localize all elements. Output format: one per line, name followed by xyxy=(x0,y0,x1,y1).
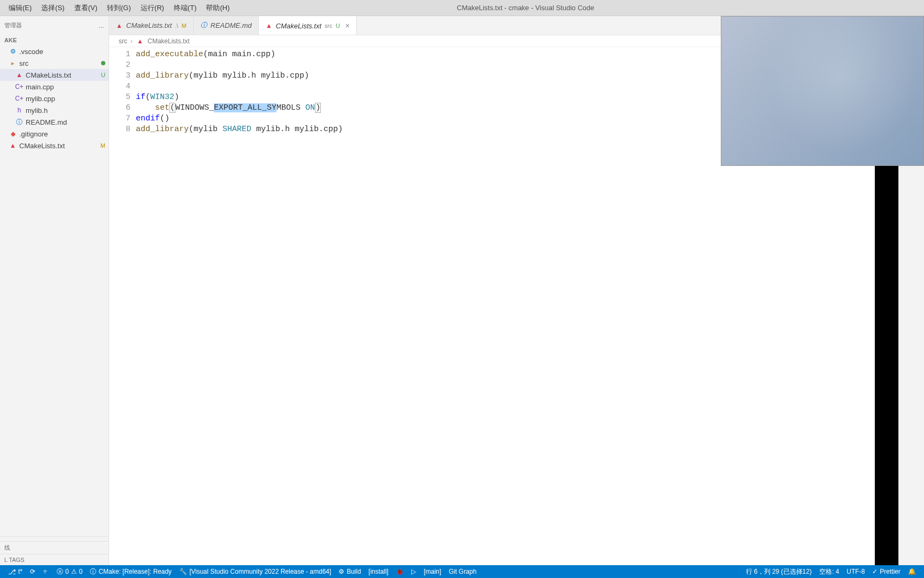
h-icon: h xyxy=(15,106,24,115)
code-line[interactable]: add_library(mylib SHARED mylib.h mylib.c… xyxy=(136,124,343,135)
tab-label: CMakeLists.txt xyxy=(126,21,172,29)
md-icon: ⓘ xyxy=(200,22,207,29)
status-branch[interactable]: ⎇ t* xyxy=(4,565,26,578)
tab-readme-md[interactable]: ⓘREADME.md xyxy=(194,16,259,35)
gear-icon: ⚙ xyxy=(338,568,344,575)
tab-suffix: src xyxy=(325,22,333,29)
menu-terminal[interactable]: 终端(T) xyxy=(170,1,201,15)
chevron-right-icon: › xyxy=(130,37,133,45)
tab-cmakelists-txt[interactable]: ▲CMakeLists.txt.\M xyxy=(109,16,194,35)
tab-bar: ▲CMakeLists.txt.\MⓘREADME.md▲CMakeLists.… xyxy=(109,16,924,35)
code-line[interactable] xyxy=(136,81,343,92)
timeline-section[interactable]: 线 xyxy=(0,541,109,554)
code-line[interactable]: endif() xyxy=(136,113,343,124)
minimap[interactable] xyxy=(898,166,924,565)
prettier-label: Prettier xyxy=(880,568,900,575)
branch-label: t* xyxy=(18,568,22,575)
breadcrumb-folder[interactable]: src xyxy=(119,37,127,45)
md-icon: ⓘ xyxy=(15,118,24,126)
menu-help[interactable]: 帮助(H) xyxy=(202,1,234,15)
editor-region: ▲CMakeLists.txt.\MⓘREADME.md▲CMakeLists.… xyxy=(109,16,924,565)
breadcrumb-file[interactable]: CMakeLists.txt xyxy=(148,37,190,45)
status-bar: ⎇ t* ⟳ ᯤ ⓧ0 ⚠0 ⓘ CMake: [Release]: Ready… xyxy=(0,565,924,578)
tree-item-src[interactable]: ▸src xyxy=(0,57,109,69)
tree-item-main-cpp[interactable]: C+main.cpp xyxy=(0,81,109,93)
tree-item-cmakelists-txt[interactable]: ▲CMakeLists.txtU xyxy=(0,69,109,81)
info-icon: ⓘ xyxy=(90,567,96,576)
code-line[interactable]: if(WIN32) xyxy=(136,92,343,103)
line-number: 5 xyxy=(109,92,130,103)
tree-item-cmakelists-txt[interactable]: ▲CMakeLists.txtM xyxy=(0,140,109,151)
status-radio[interactable]: ᯤ xyxy=(39,565,53,578)
tree-item-label: CMakeLists.txt xyxy=(26,71,71,79)
status-sync[interactable]: ⟳ xyxy=(26,565,39,578)
modified-dot-icon xyxy=(101,61,105,65)
code-line[interactable]: add_library(mylib mylib.h mylib.cpp) xyxy=(136,71,343,81)
code-line[interactable]: set(WINDOWS_EXPORT_ALL_SYMBOLS ON) xyxy=(136,103,343,113)
menu-edit[interactable]: 编辑(E) xyxy=(4,1,36,15)
status-problems[interactable]: ⓧ0 ⚠0 xyxy=(53,565,86,578)
status-gitgraph[interactable]: Git Graph xyxy=(445,565,480,578)
line-number: 3 xyxy=(109,71,130,81)
code-line[interactable]: add_executable(main main.cpp) xyxy=(136,49,343,60)
tab-git-status: M xyxy=(181,22,186,29)
menu-select[interactable]: 选择(S) xyxy=(37,1,68,15)
sidebar-header-label: 管理器 xyxy=(4,21,22,29)
tree-item-mylib-cpp[interactable]: C+mylib.cpp xyxy=(0,93,109,104)
bug-icon: 🐞 xyxy=(396,568,404,575)
line-gutter: 12345678 xyxy=(109,47,136,565)
menu-run[interactable]: 运行(R) xyxy=(136,1,168,15)
status-cmake[interactable]: ⓘ CMake: [Release]: Ready xyxy=(86,565,175,578)
sidebar-section[interactable]: AKE xyxy=(0,35,109,45)
menu-go[interactable]: 转到(G) xyxy=(103,1,135,15)
tree-item-label: mylib.h xyxy=(26,107,48,115)
file-tree: ⚙.vscode▸src▲CMakeLists.txtUC+main.cppC+… xyxy=(0,45,109,151)
wrench-icon: 🔧 xyxy=(179,568,187,575)
git-icon: ◆ xyxy=(9,130,17,138)
status-run[interactable]: ▷ xyxy=(407,565,420,578)
explorer-sidebar: 管理器 … AKE ⚙.vscode▸src▲CMakeLists.txtUC+… xyxy=(0,16,109,565)
source-branch-icon: ⎇ xyxy=(8,568,16,576)
tree-item-label: src xyxy=(19,59,28,67)
code-line[interactable] xyxy=(136,60,343,71)
code-content[interactable]: add_executable(main main.cpp)add_library… xyxy=(136,47,343,565)
menu-view[interactable]: 查看(V) xyxy=(70,1,102,15)
status-build[interactable]: ⚙ Build xyxy=(335,565,365,578)
warnings-count: 0 xyxy=(79,568,83,575)
vs-icon: ⚙ xyxy=(9,47,17,56)
breadcrumb[interactable]: src › ▲ CMakeLists.txt xyxy=(109,35,924,47)
close-icon[interactable]: × xyxy=(345,21,350,30)
tree-item-readme-md[interactable]: ⓘREADME.md xyxy=(0,116,109,128)
titlebar: 编辑(E) 选择(S) 查看(V) 转到(G) 运行(R) 终端(T) 帮助(H… xyxy=(0,0,924,16)
line-number: 1 xyxy=(109,49,130,60)
line-number: 7 xyxy=(109,113,130,124)
menubar: 编辑(E) 选择(S) 查看(V) 转到(G) 运行(R) 终端(T) 帮助(H… xyxy=(0,1,234,15)
status-bell[interactable]: 🔔 xyxy=(904,565,920,578)
code-editor[interactable]: 12345678 add_executable(main main.cpp)ad… xyxy=(109,47,924,565)
status-cursor[interactable]: 行 6，列 29 (已选择12) xyxy=(742,565,815,578)
outline-section[interactable] xyxy=(0,536,109,541)
tree-item--vscode[interactable]: ⚙.vscode xyxy=(0,45,109,57)
sidebar-more-icon[interactable]: … xyxy=(98,22,104,29)
status-encoding[interactable]: UTF-8 xyxy=(843,565,868,578)
cmake-icon: ▲ xyxy=(15,71,24,79)
errors-count: 0 xyxy=(65,568,69,575)
tree-item-label: mylib.cpp xyxy=(26,95,55,103)
status-install[interactable]: [install] xyxy=(365,565,392,578)
tree-item-label: README.md xyxy=(26,118,67,126)
tab-cmakelists-txt[interactable]: ▲CMakeLists.txtsrcU× xyxy=(259,16,357,35)
warning-icon: ⚠ xyxy=(71,568,77,575)
status-kit[interactable]: 🔧 [Visual Studio Community 2022 Release … xyxy=(175,565,335,578)
tree-item--gitignore[interactable]: ◆.gitignore xyxy=(0,128,109,140)
tags-section[interactable]: L TAGS xyxy=(0,554,109,565)
git-status-badge: M xyxy=(101,142,105,149)
status-prettier[interactable]: ✓ Prettier xyxy=(868,565,904,578)
tree-item-mylib-h[interactable]: hmylib.h xyxy=(0,104,109,116)
error-icon: ⓧ xyxy=(57,567,63,576)
status-target[interactable]: [main] xyxy=(420,565,445,578)
status-debug[interactable]: 🐞 xyxy=(392,565,407,578)
line-number: 6 xyxy=(109,103,130,113)
status-spaces[interactable]: 空格: 4 xyxy=(815,565,843,578)
line-number: 2 xyxy=(109,60,130,71)
git-status-badge: U xyxy=(101,72,105,78)
